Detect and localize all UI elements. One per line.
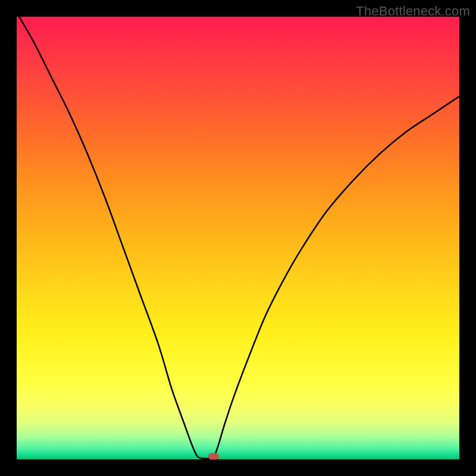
plot-area (17, 17, 459, 459)
right-branch-path (214, 96, 459, 459)
watermark-text: TheBottleneck.com (356, 4, 470, 19)
min-point-marker (208, 453, 219, 459)
chart-frame: TheBottleneck.com (0, 0, 476, 476)
left-branch-path (17, 12, 214, 459)
bottleneck-curve (17, 17, 459, 459)
